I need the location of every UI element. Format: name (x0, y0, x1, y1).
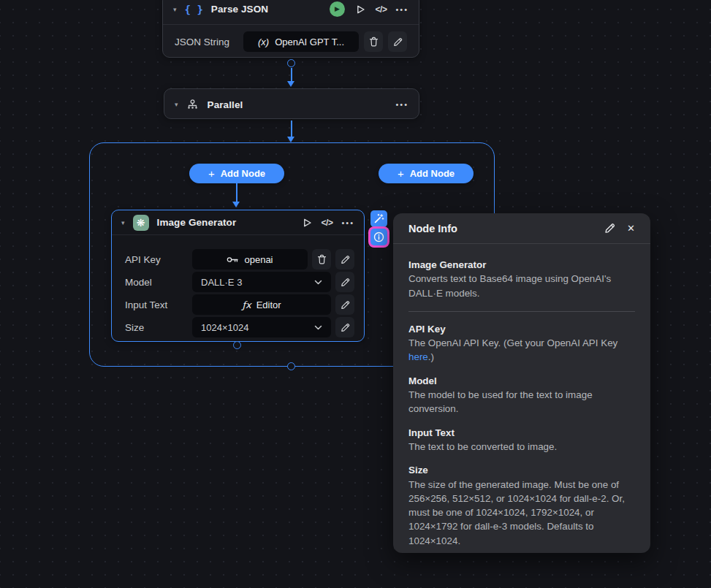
info-icon (373, 232, 384, 243)
node-info-panel: Node Info ✕ Image Generator Converts tex… (393, 213, 650, 553)
add-node-button[interactable]: + Add Node (379, 164, 474, 183)
edit-value-button[interactable] (388, 31, 407, 52)
pencil-icon (341, 300, 350, 310)
api-key-value-pill[interactable]: openai (192, 249, 308, 270)
flow-canvas[interactable]: ▾ { } Parse JSON ▶ </> ••• JSON String (… (0, 0, 711, 588)
run-play-icon: ▶ (334, 6, 340, 12)
add-node-label: Add Node (410, 168, 455, 179)
openai-logo-icon: ❋ (133, 215, 149, 231)
parse-json-header: ▾ { } Parse JSON ▶ </> ••• (163, 0, 419, 24)
json-string-value: OpenAI GPT T... (275, 37, 344, 47)
info-section-size: Size The size of the generated image. Mu… (408, 463, 635, 548)
json-string-value-pill[interactable]: (x) OpenAI GPT T... (243, 31, 359, 52)
section-body: The size of the generated image. Must be… (408, 478, 635, 548)
more-options-icon[interactable]: ••• (341, 218, 354, 227)
section-heading: API Key (408, 322, 635, 336)
edit-value-button[interactable] (335, 317, 354, 337)
edit-value-button[interactable] (335, 272, 354, 292)
trash-icon (317, 254, 327, 264)
node-title: Parallel (208, 99, 243, 110)
plus-icon: + (398, 168, 404, 179)
field-label: Model (125, 277, 152, 288)
parallel-node[interactable]: ▾ Parallel ••• (164, 88, 419, 119)
edge-arrow-icon (287, 137, 294, 142)
section-body: The text to be converted to image. (408, 440, 635, 454)
code-icon[interactable]: </> (322, 218, 333, 228)
delete-value-button[interactable] (364, 31, 383, 52)
panel-title: Node Info (408, 223, 604, 234)
section-body: Converts text to Base64 image using Open… (408, 272, 635, 300)
pencil-icon (341, 255, 350, 264)
section-body: The OpenAI API Key. (Get your OpenAI API… (408, 336, 635, 364)
size-row: Size 1024×1024 (125, 317, 354, 337)
pencil-icon (393, 37, 403, 47)
variable-icon: (x) (258, 37, 269, 47)
close-panel-button[interactable]: ✕ (627, 223, 635, 234)
parse-json-node[interactable]: ▾ { } Parse JSON ▶ </> ••• JSON String (… (162, 0, 419, 58)
plus-icon: + (208, 168, 215, 179)
edge-arrow-icon (287, 81, 294, 87)
image-generator-node[interactable]: ▾ ❋ Image Generator </> ••• API Key (111, 210, 365, 342)
edit-value-button[interactable] (335, 249, 354, 270)
edge-line (236, 183, 237, 202)
braces-icon: { } (185, 4, 203, 15)
section-heading: Input Text (408, 426, 635, 440)
image-generator-output-port[interactable] (233, 341, 241, 349)
edge-arrow-icon (232, 202, 240, 207)
field-label: JSON String (175, 37, 229, 47)
node-title: Parse JSON (211, 4, 268, 15)
here-link[interactable]: here (408, 351, 428, 362)
collapse-caret-icon[interactable]: ▾ (175, 101, 178, 108)
edit-info-button[interactable] (604, 223, 615, 234)
pencil-icon (341, 278, 350, 287)
model-value: DALL·E 3 (201, 277, 242, 288)
code-icon[interactable]: </> (376, 4, 387, 15)
run-node-button[interactable]: ▶ (330, 1, 345, 17)
test-play-icon[interactable] (355, 4, 365, 15)
field-label: Input Text (125, 299, 167, 310)
input-text-editor-pill[interactable]: ƒx Editor (192, 294, 331, 315)
info-section-image-generator: Image Generator Converts text to Base64 … (408, 258, 635, 300)
more-options-icon[interactable]: ••• (395, 100, 408, 109)
info-section-api-key: API Key The OpenAI API Key. (Get your Op… (408, 322, 635, 364)
edit-value-button[interactable] (335, 294, 354, 315)
trash-icon (369, 37, 379, 47)
magic-wand-icon (373, 213, 384, 224)
chevron-down-icon (314, 280, 322, 285)
node-info-button[interactable] (370, 229, 387, 245)
input-text-value: Editor (256, 299, 281, 310)
key-icon (227, 256, 239, 264)
function-icon: ƒx (242, 299, 251, 310)
api-key-row: API Key openai (125, 249, 354, 270)
collapse-caret-icon[interactable]: ▾ (121, 219, 125, 226)
node-title: Image Generator (157, 217, 237, 228)
parallel-branch-icon (186, 99, 199, 110)
size-dropdown[interactable]: 1024×1024 (192, 317, 331, 337)
node-info-header: Node Info ✕ (393, 213, 650, 243)
parse-json-output-port[interactable] (287, 59, 295, 67)
field-label: API Key (125, 254, 161, 265)
edge-line (291, 68, 292, 82)
ai-magic-button[interactable] (370, 210, 387, 227)
json-string-row: JSON String (x) OpenAI GPT T... (163, 25, 419, 58)
test-play-icon[interactable] (302, 218, 312, 228)
edge-line (291, 121, 292, 137)
add-node-label: Add Node (221, 168, 265, 179)
collapse-caret-icon[interactable]: ▾ (173, 6, 177, 13)
pencil-icon (341, 323, 350, 332)
add-node-button[interactable]: + Add Node (189, 164, 284, 183)
section-heading: Image Generator (408, 258, 635, 272)
delete-value-button[interactable] (312, 249, 331, 270)
field-label: Size (125, 322, 144, 333)
group-output-port[interactable] (287, 362, 295, 370)
size-value: 1024×1024 (201, 322, 248, 333)
model-dropdown[interactable]: DALL·E 3 (192, 272, 331, 292)
info-section-model: Model The model to be used for the text … (408, 374, 635, 416)
section-heading: Size (408, 463, 635, 477)
section-heading: Model (408, 374, 635, 388)
api-key-value: openai (244, 254, 273, 265)
chevron-down-icon (314, 325, 322, 330)
model-row: Model DALL·E 3 (125, 272, 354, 292)
info-section-input-text: Input Text The text to be converted to i… (408, 426, 635, 454)
more-options-icon[interactable]: ••• (395, 5, 408, 14)
